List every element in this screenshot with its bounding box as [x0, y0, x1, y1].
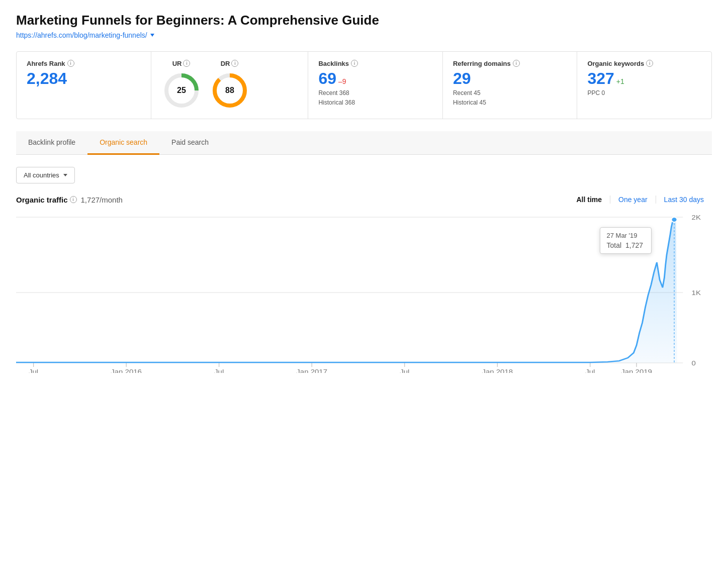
ur-donut-chart: 25 — [161, 70, 202, 111]
ahrefs-rank-value: 2,284 — [27, 70, 141, 86]
page-title: Marketing Funnels for Beginners: A Compr… — [16, 12, 712, 29]
traffic-title-group: Organic traffic i 1,727/month — [16, 196, 123, 204]
dr-info-icon[interactable]: i — [231, 60, 238, 67]
metric-backlinks: Backlinks i 69–9 Recent 368 Historical 3… — [308, 52, 443, 119]
tabs-bar: Backlink profile Organic search Paid sea… — [16, 131, 712, 155]
svg-text:1K: 1K — [692, 289, 701, 297]
chart-container: 2K 1K 0 Jul Jan 2016 Jul Jan 2017 Jul Ja… — [16, 212, 712, 373]
metric-referring-domains: Referring domains i 29 Recent 45 Histori… — [443, 52, 578, 119]
svg-text:Jul: Jul — [214, 368, 224, 373]
chart-tooltip: 27 Mar '19 Total 1,727 — [600, 227, 652, 254]
metric-ur-dr: UR i 25 DR i — [151, 52, 309, 119]
tooltip-total: Total 1,727 — [606, 241, 645, 249]
referring-domains-info-icon[interactable]: i — [513, 60, 520, 67]
metric-ahrefs-rank: Ahrefs Rank i 2,284 — [17, 52, 151, 119]
backlinks-value: 69–9 — [318, 70, 432, 86]
svg-text:Jul: Jul — [400, 368, 409, 373]
country-dropdown-label: All countries — [24, 171, 59, 179]
referring-domains-label: Referring domains i — [453, 60, 567, 67]
svg-text:2K: 2K — [692, 214, 701, 221]
organic-keywords-sub: PPC 0 — [587, 88, 701, 98]
metrics-bar: Ahrefs Rank i 2,284 UR i 25 — [16, 51, 712, 119]
backlinks-sub: Recent 368 Historical 368 — [318, 88, 432, 108]
time-filter-one-year[interactable]: One year — [610, 196, 656, 204]
svg-text:Jan 2017: Jan 2017 — [296, 368, 327, 373]
svg-text:Jan 2018: Jan 2018 — [482, 368, 513, 373]
traffic-header: Organic traffic i 1,727/month All time O… — [16, 196, 712, 204]
svg-text:Jul: Jul — [585, 368, 595, 373]
country-dropdown[interactable]: All countries — [16, 167, 75, 183]
svg-text:Jan 2016: Jan 2016 — [111, 368, 142, 373]
metric-organic-keywords: Organic keywords i 327+1 PPC 0 — [577, 52, 711, 119]
ur-value: 25 — [177, 86, 186, 94]
url-dropdown-icon[interactable] — [150, 34, 154, 37]
svg-text:Jan 2019: Jan 2019 — [621, 368, 652, 373]
backlinks-delta: –9 — [338, 77, 346, 85]
gauge-dr: DR i 88 — [210, 60, 250, 111]
page-url[interactable]: https://ahrefs.com/blog/marketing-funnel… — [16, 31, 712, 39]
tooltip-date: 27 Mar '19 — [606, 232, 645, 239]
tab-paid-search[interactable]: Paid search — [159, 131, 221, 155]
time-filters: All time One year Last 30 days — [568, 196, 712, 204]
organic-traffic-info-icon[interactable]: i — [70, 196, 77, 203]
organic-keywords-value: 327+1 — [587, 70, 701, 86]
country-dropdown-chevron-icon — [63, 174, 67, 176]
dr-donut-chart: 88 — [210, 70, 250, 111]
content-area: All countries Organic traffic i 1,727/mo… — [16, 155, 712, 385]
organic-keywords-delta: +1 — [616, 77, 624, 85]
organic-keywords-info-icon[interactable]: i — [646, 60, 653, 67]
tab-organic-search[interactable]: Organic search — [87, 131, 159, 155]
organic-traffic-value: 1,727/month — [81, 196, 123, 204]
ahrefs-rank-label: Ahrefs Rank i — [27, 60, 141, 67]
ur-info-icon[interactable]: i — [183, 60, 190, 67]
page-url-link[interactable]: https://ahrefs.com/blog/marketing-funnel… — [16, 31, 147, 39]
gauge-group: UR i 25 DR i — [161, 60, 250, 111]
organic-traffic-label: Organic traffic i — [16, 196, 77, 204]
ahrefs-rank-info-icon[interactable]: i — [67, 60, 74, 67]
svg-text:0: 0 — [692, 359, 696, 367]
backlinks-info-icon[interactable]: i — [351, 60, 358, 67]
organic-keywords-label: Organic keywords i — [587, 60, 701, 67]
backlinks-label: Backlinks i — [318, 60, 432, 67]
dr-value: 88 — [225, 86, 234, 94]
time-filter-all-time[interactable]: All time — [568, 196, 610, 204]
referring-domains-value: 29 — [453, 70, 567, 86]
svg-text:Jul: Jul — [29, 368, 38, 373]
referring-domains-sub: Recent 45 Historical 45 — [453, 88, 567, 108]
ur-label: UR i — [172, 60, 191, 67]
tab-backlink-profile[interactable]: Backlink profile — [16, 131, 87, 155]
dr-label: DR i — [221, 60, 239, 67]
gauge-ur: UR i 25 — [161, 60, 202, 111]
time-filter-last-30[interactable]: Last 30 days — [656, 196, 712, 204]
